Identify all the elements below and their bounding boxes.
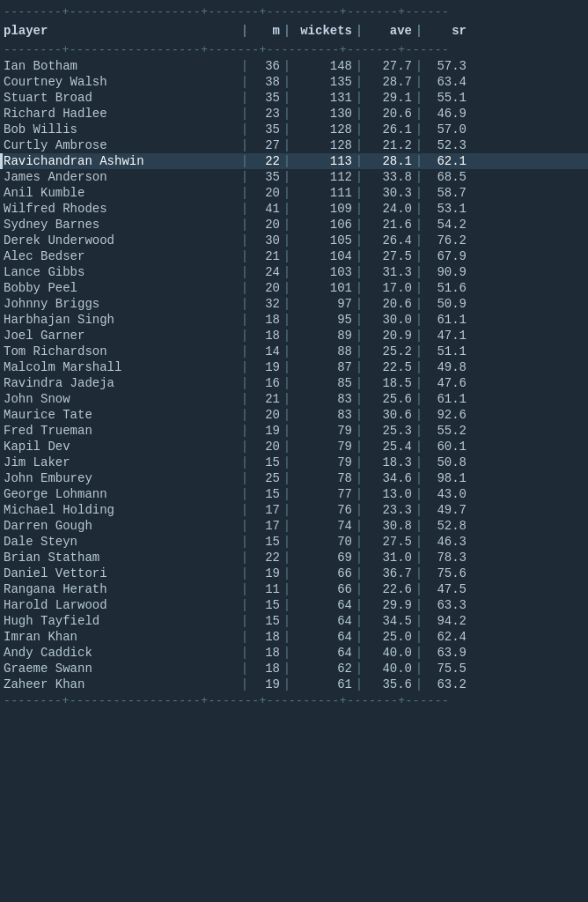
cell-m: 35 [250, 170, 282, 184]
cell-sep3: | [354, 297, 364, 311]
cell-sep4: | [414, 313, 424, 327]
cell-sep4: | [414, 455, 424, 469]
cell-sep3: | [354, 75, 364, 89]
cell-sr: 55.2 [424, 424, 468, 438]
cell-wickets: 103 [292, 265, 354, 279]
cell-sep2: | [282, 186, 292, 200]
table-row: Anil Kumble | 20 | 111 | 30.3 | 58.7 [0, 185, 588, 201]
cell-m: 32 [250, 297, 282, 311]
cell-player: Ian Botham [4, 59, 239, 73]
table-row: Richard Hadlee | 23 | 130 | 20.6 | 46.9 [0, 106, 588, 122]
cell-sep4: | [414, 170, 424, 184]
cell-sep3: | [354, 598, 364, 612]
cell-ave: 29.1 [364, 91, 414, 105]
table-row: Darren Gough | 17 | 74 | 30.8 | 52.8 [0, 518, 588, 534]
cell-sep2: | [282, 487, 292, 501]
cell-sep2: | [282, 519, 292, 533]
cell-sep2: | [282, 630, 292, 644]
cell-wickets: 85 [292, 376, 354, 390]
cell-sep3: | [354, 677, 364, 691]
cell-sep1: | [239, 392, 250, 406]
cell-ave: 30.0 [364, 313, 414, 327]
cell-player: Dale Steyn [4, 535, 239, 549]
cell-sep1: | [239, 646, 250, 660]
cell-wickets: 104 [292, 249, 354, 263]
cell-m: 15 [250, 535, 282, 549]
cell-sep2: | [282, 122, 292, 137]
cell-sep3: | [354, 551, 364, 565]
cell-sr: 47.1 [424, 329, 468, 343]
cell-wickets: 128 [292, 138, 354, 152]
cell-sep3: | [354, 329, 364, 343]
table-row: Andy Caddick | 18 | 64 | 40.0 | 63.9 [0, 645, 588, 661]
cell-sep2: | [282, 281, 292, 295]
cell-sr: 49.8 [424, 360, 468, 374]
cell-sep1: | [239, 138, 250, 152]
cell-wickets: 61 [292, 677, 354, 691]
cell-m: 41 [250, 202, 282, 216]
cell-m: 15 [250, 487, 282, 501]
cell-ave: 24.0 [364, 202, 414, 216]
cell-sep4: | [414, 186, 424, 200]
cell-m: 20 [250, 218, 282, 232]
table-row: Ravichandran Ashwin | 22 | 113 | 28.1 | … [0, 153, 588, 169]
cell-wickets: 131 [292, 91, 354, 105]
table-row: Fred Trueman | 19 | 79 | 25.3 | 55.2 [0, 423, 588, 439]
cell-ave: 28.7 [364, 75, 414, 89]
cell-sep3: | [354, 313, 364, 327]
cell-sep4: | [414, 598, 424, 612]
table-row: Zaheer Khan | 19 | 61 | 35.6 | 63.2 [0, 676, 588, 692]
cell-sep2: | [282, 170, 292, 184]
cell-wickets: 64 [292, 598, 354, 612]
cell-wickets: 109 [292, 202, 354, 216]
cell-sep4: | [414, 154, 424, 168]
table-row: Rangana Herath | 11 | 66 | 22.6 | 47.5 [0, 581, 588, 597]
cell-sep4: | [414, 551, 424, 565]
cell-player: Hugh Tayfield [4, 614, 239, 628]
table-row: Imran Khan | 18 | 64 | 25.0 | 62.4 [0, 629, 588, 645]
cell-wickets: 64 [292, 646, 354, 660]
cell-sep4: | [414, 202, 424, 216]
cell-sep2: | [282, 551, 292, 565]
cell-sr: 61.1 [424, 313, 468, 327]
cell-sep3: | [354, 138, 364, 152]
cell-player: Stuart Broad [4, 91, 239, 105]
cell-m: 22 [250, 154, 282, 168]
divider-bottom: --------+------------------+-------+----… [0, 692, 588, 709]
cell-sr: 68.5 [424, 170, 468, 184]
cell-ave: 29.9 [364, 598, 414, 612]
cell-m: 18 [250, 313, 282, 327]
table-row: Courtney Walsh | 38 | 135 | 28.7 | 63.4 [0, 74, 588, 90]
cell-sr: 47.6 [424, 376, 468, 390]
cell-player: Lance Gibbs [4, 265, 239, 279]
cell-sep2: | [282, 59, 292, 73]
cell-sep1: | [239, 503, 250, 517]
cell-sep4: | [414, 677, 424, 691]
cell-m: 20 [250, 408, 282, 422]
cell-sr: 75.6 [424, 566, 468, 580]
cell-wickets: 83 [292, 392, 354, 406]
cell-wickets: 95 [292, 313, 354, 327]
cell-sr: 52.3 [424, 138, 468, 152]
cell-sep4: | [414, 535, 424, 549]
cell-sep2: | [282, 344, 292, 359]
table-row: Harbhajan Singh | 18 | 95 | 30.0 | 61.1 [0, 312, 588, 328]
cell-sep4: | [414, 91, 424, 105]
table-row: Malcolm Marshall | 19 | 87 | 22.5 | 49.8 [0, 359, 588, 375]
cell-wickets: 79 [292, 424, 354, 438]
cell-sep1: | [239, 662, 250, 676]
cell-sep1: | [239, 265, 250, 279]
table-row: Graeme Swann | 18 | 62 | 40.0 | 75.5 [0, 661, 588, 676]
cell-sep4: | [414, 75, 424, 89]
cell-sep3: | [354, 630, 364, 644]
cell-m: 22 [250, 551, 282, 565]
cell-wickets: 66 [292, 566, 354, 580]
cell-sep2: | [282, 408, 292, 422]
cell-player: Sydney Barnes [4, 218, 239, 232]
table-row: Kapil Dev | 20 | 79 | 25.4 | 60.1 [0, 439, 588, 455]
cell-sep4: | [414, 265, 424, 279]
cell-sep1: | [239, 519, 250, 533]
table-row: Johnny Briggs | 32 | 97 | 20.6 | 50.9 [0, 296, 588, 312]
cell-sep3: | [354, 408, 364, 422]
cell-sep1: | [239, 233, 250, 248]
